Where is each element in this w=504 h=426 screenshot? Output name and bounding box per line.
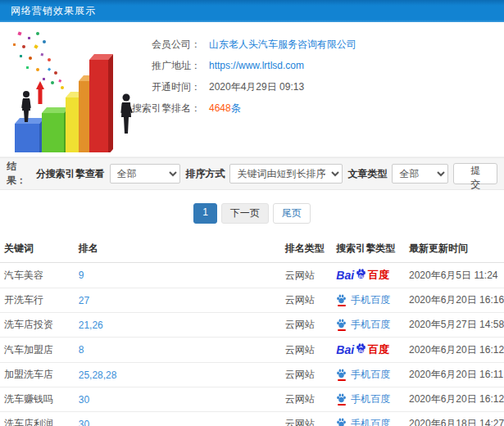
last-page-button[interactable]: 尾页: [273, 203, 311, 224]
rank-cell: 27: [75, 288, 281, 313]
sort-filter-select[interactable]: 关键词由短到长排序: [229, 164, 343, 184]
open-time-label: 开通时间：: [115, 80, 201, 94]
sort-filter-label: 排序方式: [185, 167, 225, 181]
baidu-logo: Bai du 百度: [336, 342, 389, 357]
header-keyword: 关键词: [0, 235, 75, 263]
rank-cell: 9: [75, 263, 281, 288]
mobile-baidu-paw-icon: [336, 369, 347, 381]
engine-rank-row: 搜索引擎排名： 4648条: [115, 97, 356, 119]
mobile-baidu-redbar: [338, 379, 346, 381]
rank-count: 4648: [209, 102, 231, 114]
rank-value[interactable]: 8: [79, 344, 84, 356]
rank-value[interactable]: 30: [79, 394, 89, 406]
mobile-baidu-label: 手机百度: [351, 368, 390, 382]
rank-cell: 8: [75, 338, 281, 363]
mobile-baidu-paw-icon: [336, 418, 347, 426]
mobile-baidu-logo: 手机百度: [336, 293, 390, 307]
company-label: 会员公司：: [115, 38, 201, 52]
svg-text:du: du: [359, 348, 364, 352]
mobile-baidu-paw-icon: [336, 294, 347, 306]
promotion-url-link[interactable]: https://www.lrtlsd.com: [209, 60, 304, 71]
mobile-baidu-logo: 手机百度: [336, 318, 390, 332]
keyword-cell: 汽车加盟店: [0, 338, 75, 363]
table-row: 洗车店投资 21,26 云网站: [0, 313, 504, 338]
rank-type-cell: 云网站: [281, 338, 333, 363]
rank-value[interactable]: 27: [79, 295, 89, 306]
rank-value[interactable]: 9: [79, 270, 84, 281]
updated-cell: 2020年6月20日 16:12: [405, 338, 504, 363]
rank-unit: 条: [231, 102, 241, 114]
rank-value[interactable]: 21,26: [79, 320, 103, 331]
engine-cell: 手机百度: [332, 412, 405, 426]
company-link[interactable]: 山东老人头汽车服务咨询有限公司: [209, 38, 356, 52]
app-header: 网络营销效果展示: [0, 0, 504, 22]
baidu-logo: Bai du 百度: [336, 268, 389, 283]
mobile-baidu-label: 手机百度: [351, 392, 390, 406]
businessman-left: [21, 91, 31, 122]
keyword-cell: 汽车美容: [0, 263, 75, 288]
article-type-select[interactable]: 全部: [392, 164, 448, 184]
page-title: 网络营销效果展示: [11, 4, 96, 18]
header-updated: 最新更新时间: [405, 235, 504, 263]
mobile-baidu-redbar: [338, 329, 346, 331]
filter-bar: 结果： 分搜索引擎查看 全部 排序方式 关键词由短到长排序 文章类型 全部 提交: [0, 157, 504, 190]
rank-cell: 25,28,28: [75, 363, 281, 387]
header-rank-type: 排名类型: [281, 235, 333, 263]
mobile-baidu-logo: 手机百度: [336, 417, 390, 426]
rank-type-cell: 云网站: [281, 387, 333, 412]
keyword-cell: 开洗车行: [0, 288, 75, 313]
table-row: 汽车美容 9 云网站 Bai du 百度: [0, 263, 504, 288]
baidu-logo-cn-text: 百度: [368, 268, 389, 283]
updated-cell: 2020年6月20日 16:16: [405, 288, 504, 313]
table-row: 加盟洗车店 25,28,28 云网站: [0, 363, 504, 387]
article-type-label: 文章类型: [347, 167, 387, 181]
baidu-paw-icon: du: [355, 342, 367, 355]
confetti-dots: [13, 31, 64, 89]
rank-type-cell: 云网站: [281, 313, 333, 338]
up-arrow-icon: [36, 81, 44, 104]
header-rank: 排名: [75, 235, 281, 263]
rank-value[interactable]: 30: [79, 419, 89, 426]
engine-cell: 手机百度: [332, 288, 405, 313]
result-label: 结果：: [7, 160, 36, 188]
mobile-baidu-redbar: [338, 404, 346, 406]
table-header-row: 关键词 排名 排名类型 搜索引擎类型 最新更新时间: [0, 235, 504, 263]
rank-cell: 30: [75, 387, 281, 412]
baidu-logo-bai-text: Bai: [336, 269, 354, 282]
rank-type-cell: 云网站: [281, 412, 333, 426]
promotion-url-label: 推广地址：: [115, 59, 201, 73]
mobile-baidu-logo: 手机百度: [336, 392, 390, 406]
mobile-baidu-paw-icon: [336, 393, 347, 406]
page-1-button[interactable]: 1: [193, 203, 217, 224]
baidu-logo-bai-text: Bai: [336, 343, 354, 356]
baidu-logo-cn-text: 百度: [368, 342, 389, 357]
engine-filter-select[interactable]: 全部: [110, 164, 181, 184]
updated-cell: 2020年6月18日 14:27: [405, 412, 504, 426]
keyword-cell: 洗车店投资: [0, 313, 75, 338]
promotion-url-row: 推广地址： https://www.lrtlsd.com: [115, 55, 356, 76]
updated-cell: 2020年5月27日 14:58: [405, 313, 504, 338]
mobile-baidu-label: 手机百度: [351, 293, 390, 307]
keyword-cell: 洗车赚钱吗: [0, 387, 75, 412]
filter-controls: 分搜索引擎查看 全部 排序方式 关键词由短到长排序 文章类型 全部 提交: [36, 163, 497, 184]
engine-cell: 手机百度: [332, 387, 405, 412]
rank-cell: 21,26: [75, 313, 281, 338]
engine-rank-value: 4648条: [209, 102, 241, 116]
submit-button[interactable]: 提交: [453, 163, 497, 184]
engine-cell: 手机百度: [332, 313, 405, 338]
engine-cell: Bai du 百度: [332, 263, 405, 288]
keyword-cell: 加盟洗车店: [0, 363, 75, 387]
mobile-baidu-redbar: [338, 305, 346, 306]
mobile-baidu-logo: 手机百度: [336, 368, 390, 382]
keyword-ranking-table: 关键词 排名 排名类型 搜索引擎类型 最新更新时间 汽车美容 9 云网站 Bai: [0, 235, 504, 426]
rank-value[interactable]: 25,28,28: [79, 369, 117, 381]
mobile-baidu-label: 手机百度: [351, 318, 390, 332]
baidu-paw-icon: du: [355, 268, 367, 280]
open-time-row: 开通时间： 2020年4月29日 09:13: [115, 76, 356, 97]
engine-cell: Bai du 百度: [332, 338, 405, 363]
next-page-button[interactable]: 下一页: [221, 203, 269, 224]
account-info-list: 会员公司： 山东老人头汽车服务咨询有限公司 推广地址： https://www.…: [115, 34, 356, 119]
rank-type-cell: 云网站: [281, 263, 333, 288]
engine-cell: 手机百度: [332, 363, 405, 387]
table-row: 开洗车行 27 云网站: [0, 288, 504, 313]
